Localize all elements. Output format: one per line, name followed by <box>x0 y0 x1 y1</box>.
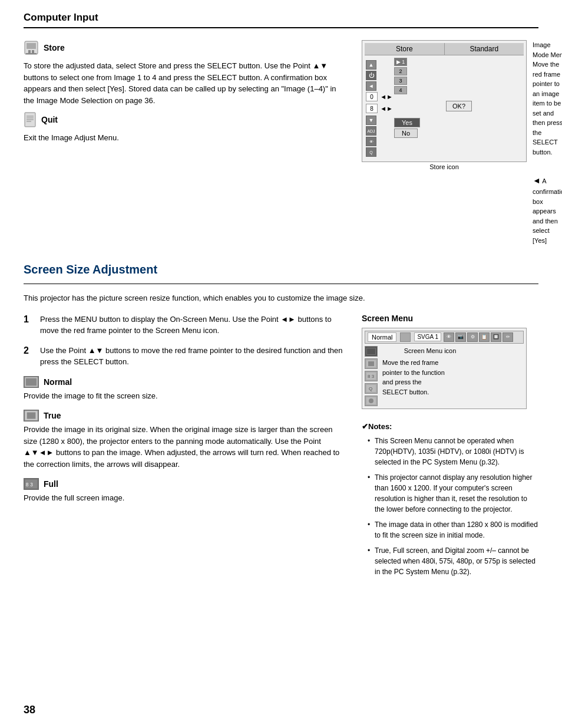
store-diagram-with-notes: Store Standard ▲ ⏻ <box>362 40 538 245</box>
diag-icon-row-7: Q <box>366 147 393 157</box>
diag-icon-row-5: ADJ <box>366 126 393 136</box>
diag-no-btn[interactable]: No <box>394 129 418 138</box>
notes-section: ✔Notes: This Screen Menu cannot be opera… <box>362 421 538 578</box>
diag-input-row-1: 0 ◄► <box>366 92 393 101</box>
svg-text:8 3: 8 3 <box>368 374 375 379</box>
sm-icon-4: 📋 <box>479 332 490 342</box>
diag-adjust-icon: ADJ <box>366 126 376 136</box>
feature-normal: Normal Provide the image to fit the scre… <box>24 376 344 402</box>
step-2: 2 Use the Point ▲▼ buttons to move the r… <box>24 345 344 368</box>
diag-image-icons: ▶ 1 2 3 4 <box>394 58 524 94</box>
diag-img-3: 3 <box>394 77 407 85</box>
svg-text:Q: Q <box>369 386 372 391</box>
step-2-number: 2 <box>24 345 34 368</box>
diag-input-1: 0 <box>366 92 378 101</box>
full-label: Full <box>44 479 58 489</box>
note-item-3: The image data in other than 1280 x 800 … <box>368 519 538 541</box>
diag-input-row-2: 8 ◄► <box>366 104 393 113</box>
svg-text:3: 3 <box>30 482 33 487</box>
screen-menu-annotation: Screen Menu icon Move the red framepoint… <box>382 346 456 406</box>
screen-menu-normal: Normal <box>368 332 396 342</box>
true-heading: True <box>24 410 344 421</box>
svg-rect-13 <box>27 412 36 419</box>
svg-rect-20 <box>368 361 374 366</box>
normal-heading: Normal <box>24 376 344 388</box>
note-item-4: True, Full screen, and Digital zoom +/– … <box>368 545 538 577</box>
sm-icon-2: 📷 <box>455 332 466 342</box>
sm-icon-1: 👁 <box>444 332 454 342</box>
note-item-1: This Screen Menu cannot be operated when… <box>368 436 538 467</box>
notes-title: ✔Notes: <box>362 421 538 433</box>
true-label: True <box>44 411 61 420</box>
diag-ok-box: OK? <box>446 101 472 111</box>
screen-menu-divider-icon <box>400 332 411 342</box>
store-icon <box>24 40 39 55</box>
quit-label: Quit <box>41 115 58 124</box>
sm-side-icon-4: Q <box>365 383 378 394</box>
diag-yes-no: Yes No <box>394 118 524 138</box>
page-header: Computer Input <box>24 12 538 28</box>
diag-arrow-1: ◄► <box>380 93 393 100</box>
screen-menu-body: 8 3 Q <box>365 346 524 406</box>
normal-label: Normal <box>44 377 72 387</box>
screen-menu-icon-caption: Screen Menu icon <box>382 346 456 356</box>
screen-menu-diagram: Normal SVGA 1 👁 📷 ⚙ 📋 🔲 ✏ <box>362 328 527 409</box>
store-icon-caption: Store icon <box>362 163 527 170</box>
store-diagram-area: Store Standard ▲ ⏻ <box>362 40 538 245</box>
quit-heading: Quit <box>24 112 344 127</box>
diag-img-4: 4 <box>394 86 407 94</box>
content-left: 1 Press the MENU button to display the O… <box>24 314 344 582</box>
sm-side-icon-1 <box>365 346 378 357</box>
screen-menu-title: Screen Menu <box>362 314 538 323</box>
screen-menu-side-icons: 8 3 Q <box>365 346 378 406</box>
true-text: Provide the image in its original size. … <box>24 424 344 470</box>
svg-rect-1 <box>27 43 36 49</box>
svg-rect-18 <box>367 348 375 354</box>
content-right: Screen Menu Normal SVGA 1 👁 📷 ⚙ 📋 <box>362 314 538 582</box>
store-left: Store To store the adjusted data, select… <box>24 40 344 245</box>
sm-side-icon-2 <box>365 358 378 369</box>
diag-power-icon: ⏻ <box>366 71 376 80</box>
store-right-annotations: Image Mode MenuMove the red framepointer… <box>533 40 562 245</box>
screen-menu-area: Screen Menu Normal SVGA 1 👁 📷 ⚙ 📋 <box>362 314 538 409</box>
store-header-left: Store <box>365 43 445 55</box>
store-diagram-box: Store Standard ▲ ⏻ <box>362 40 527 162</box>
feature-true: True Provide the image in its original s… <box>24 410 344 470</box>
normal-icon <box>24 376 39 388</box>
svg-rect-4 <box>26 53 37 54</box>
store-diagram: Store Standard ▲ ⏻ <box>362 40 527 170</box>
full-icon: 8 3 <box>24 478 39 490</box>
diag-icon-row-1: ▲ <box>366 60 393 70</box>
sm-icon-6: ✏ <box>503 332 513 342</box>
store-section: Store To store the adjusted data, select… <box>24 40 538 245</box>
diag-icon-row-3: ◄ <box>366 81 393 91</box>
note-item-2: This projector cannot display any resolu… <box>368 472 538 515</box>
diag-left-icon: ◄ <box>366 81 376 91</box>
step-2-text: Use the Point ▲▼ buttons to move the red… <box>40 345 344 368</box>
diag-yes-btn[interactable]: Yes <box>394 118 420 127</box>
diag-icon-row-4: ▼ <box>366 116 393 125</box>
diag-img-1: ▶ 1 <box>394 58 407 66</box>
store-diagram-header: Store Standard <box>365 43 524 55</box>
notes-list: This Screen Menu cannot be operated when… <box>362 436 538 577</box>
svg-point-26 <box>369 398 373 403</box>
main-content: 1 Press the MENU button to display the O… <box>24 314 538 582</box>
screen-size-intro: This projector has the picture screen re… <box>24 292 538 304</box>
diag-down-icon: ▼ <box>366 116 376 125</box>
screen-menu-icons: 👁 📷 ⚙ 📋 🔲 ✏ <box>444 332 513 342</box>
diag-input-2: 8 <box>366 104 378 113</box>
svg-rect-3 <box>32 50 34 53</box>
store-heading: Store <box>24 40 344 55</box>
screen-menu-svga: SVGA 1 <box>414 332 441 341</box>
sm-icon-5: 🔲 <box>491 332 501 342</box>
diag-up-icon: ▲ <box>366 60 376 70</box>
svg-rect-11 <box>26 378 37 386</box>
screen-menu-header: Normal SVGA 1 👁 📷 ⚙ 📋 🔲 ✏ <box>365 331 524 344</box>
diag-icon-row-6: 👁 <box>366 137 393 146</box>
quit-text: Exit the Image Adjust Menu. <box>24 132 344 144</box>
quit-icon <box>24 112 37 127</box>
diag-arrow-2: ◄► <box>380 105 393 112</box>
diag-icon-row-2: ⏻ <box>366 71 393 80</box>
annotation-image-mode: Image Mode MenuMove the red framepointer… <box>533 40 562 157</box>
page-title: Computer Input <box>24 12 98 23</box>
